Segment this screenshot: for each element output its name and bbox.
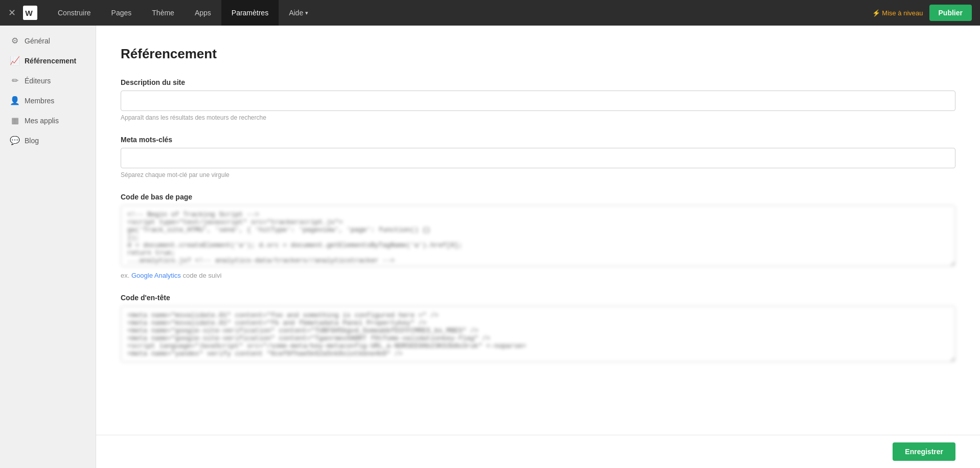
top-nav-right: ⚡ Mise à niveau Publier	[872, 5, 972, 21]
upgrade-button[interactable]: ⚡ Mise à niveau	[872, 9, 923, 17]
sidebar-item-general[interactable]: ⚙ Général	[0, 31, 96, 51]
label-description: Description du site	[121, 78, 955, 86]
main-layout: ⚙ Général 📈 Référencement ✏ Éditeurs 👤 M…	[0, 26, 980, 468]
hint-meta-mots-cles: Séparez chaque mot-clé par une virgule	[121, 171, 955, 179]
sidebar-label-general: Général	[25, 37, 50, 45]
label-code-bas-page: Code de bas de page	[121, 193, 955, 201]
hint-prefix: ex.	[121, 272, 131, 279]
user-icon: 👤	[10, 96, 19, 105]
nav-construire[interactable]: Construire	[48, 0, 101, 26]
google-analytics-link[interactable]: Google Analytics	[131, 272, 181, 279]
nav-theme[interactable]: Thème	[142, 0, 185, 26]
grid-icon: ▦	[10, 116, 19, 125]
input-meta-mots-cles[interactable]	[121, 148, 955, 168]
bottom-bar: Enregistrer	[96, 435, 980, 468]
comment-icon: 💬	[10, 136, 19, 145]
pencil-icon: ✏	[10, 76, 19, 85]
section-code-bas-page: Code de bas de page <span class="blurred…	[121, 193, 955, 279]
section-description: Description du site Apparaît dans les ré…	[121, 78, 955, 121]
sidebar-item-blog[interactable]: 💬 Blog	[0, 130, 96, 150]
top-navigation: ✕ W Construire Pages Thème Apps Paramètr…	[0, 0, 980, 26]
sidebar-label-membres: Membres	[25, 97, 54, 105]
sidebar-item-editeurs[interactable]: ✏ Éditeurs	[0, 71, 96, 91]
chart-icon: 📈	[10, 56, 19, 65]
publish-button[interactable]: Publier	[929, 5, 972, 21]
nav-aide[interactable]: Aide	[279, 0, 318, 26]
label-meta-mots-cles: Meta mots-clés	[121, 136, 955, 144]
textarea-code-entete[interactable]	[121, 306, 955, 362]
sidebar-label-referencement: Référencement	[25, 57, 76, 65]
hint-code-bas-page: ex. Google Analytics code de suivi	[121, 272, 955, 279]
close-button[interactable]: ✕	[8, 7, 16, 18]
section-code-entete: Code d'en-tête	[121, 294, 955, 364]
nav-parametres[interactable]: Paramètres	[221, 0, 279, 26]
sidebar-label-mes-applis: Mes applis	[25, 117, 59, 125]
sidebar-label-blog: Blog	[25, 137, 39, 145]
logo: W	[23, 6, 37, 20]
nav-items: Construire Pages Thème Apps Paramètres A…	[48, 0, 872, 26]
sidebar-item-mes-applis[interactable]: ▦ Mes applis	[0, 110, 96, 130]
textarea-code-bas-page[interactable]: <span class="blurred-content"><!-- Begin…	[121, 205, 955, 266]
section-meta-mots-cles: Meta mots-clés Séparez chaque mot-clé pa…	[121, 136, 955, 179]
sidebar-item-referencement[interactable]: 📈 Référencement	[0, 51, 96, 71]
hint-description: Apparaît dans les résultats des moteurs …	[121, 114, 955, 121]
sidebar: ⚙ Général 📈 Référencement ✏ Éditeurs 👤 M…	[0, 26, 96, 468]
sidebar-label-editeurs: Éditeurs	[25, 77, 51, 85]
nav-pages[interactable]: Pages	[101, 0, 142, 26]
gear-icon: ⚙	[10, 36, 19, 46]
input-description[interactable]	[121, 91, 955, 111]
page-title: Référencement	[121, 46, 955, 62]
hint-suffix: code de suivi	[181, 272, 222, 279]
save-button[interactable]: Enregistrer	[893, 442, 955, 461]
label-code-entete: Code d'en-tête	[121, 294, 955, 302]
svg-text:W: W	[25, 9, 33, 17]
main-content: Référencement Description du site Appara…	[96, 26, 980, 468]
nav-apps[interactable]: Apps	[185, 0, 221, 26]
sidebar-item-membres[interactable]: 👤 Membres	[0, 91, 96, 110]
